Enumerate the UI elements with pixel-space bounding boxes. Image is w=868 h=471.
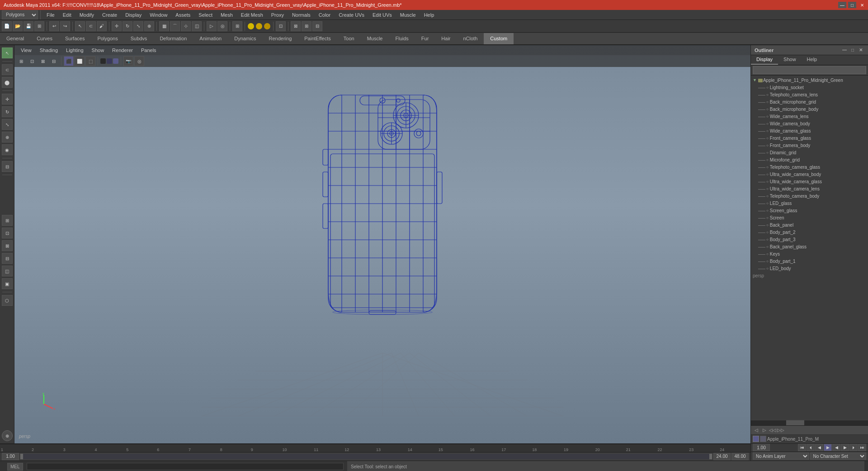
- tree-item-persp[interactable]: persp: [751, 272, 868, 279]
- redo-btn[interactable]: ↪: [60, 21, 70, 31]
- soft-mod-btn[interactable]: ◉: [2, 144, 13, 155]
- menu-create[interactable]: Create: [99, 11, 121, 19]
- tab-hair[interactable]: Hair: [435, 33, 457, 44]
- vp-menu-lighting[interactable]: Lighting: [62, 47, 87, 54]
- tree-item-widecamglass[interactable]: —— ○ Wide_camera_glass: [751, 127, 868, 134]
- tree-item-ultrabody[interactable]: —— ○ Ultra_wide_camera_body: [751, 171, 868, 178]
- vp-tb4[interactable]: ⊟: [49, 56, 59, 66]
- tree-item-ultraglass[interactable]: —— ○ Ultra_wide_camera_glass: [751, 178, 868, 185]
- tab-painteffects[interactable]: PaintEffects: [298, 33, 337, 44]
- outliner-tab-display[interactable]: Display: [751, 55, 778, 65]
- tab-custom[interactable]: Custom: [484, 33, 514, 44]
- tree-item-screenglass[interactable]: —— ○ Screen_glass: [751, 207, 868, 214]
- menu-assets[interactable]: Assets: [172, 11, 194, 19]
- anim-layer-select[interactable]: No Anim Layer: [753, 452, 809, 460]
- lasso-tool-btn[interactable]: ⊂: [2, 64, 13, 75]
- tree-item-bodypart3[interactable]: —— ○ Body_part_3: [751, 236, 868, 243]
- vp-cam-btn[interactable]: 📷: [123, 56, 133, 66]
- tree-item-telcambody[interactable]: —— ○ Telephoto_camera_body: [751, 192, 868, 200]
- paint-select-btn[interactable]: 🖌: [97, 21, 107, 31]
- tab-rendering[interactable]: Rendering: [263, 33, 298, 44]
- vp-wire-btn[interactable]: ⬛: [64, 56, 74, 66]
- vp-tb2[interactable]: ⊡: [27, 56, 37, 66]
- tree-item-ultralens[interactable]: —— ○ Ultra_wide_camera_lens: [751, 185, 868, 192]
- next-key-btn[interactable]: ⏵: [849, 444, 858, 451]
- render-small-btn[interactable]: ⬡: [2, 295, 13, 306]
- rotate-btn[interactable]: ↻: [123, 21, 132, 31]
- mode-selector[interactable]: Polygons: [2, 10, 38, 19]
- maximize-button[interactable]: □: [848, 2, 856, 8]
- tab-surfaces[interactable]: Surfaces: [59, 33, 91, 44]
- axis-btn[interactable]: ⊕: [2, 430, 13, 441]
- render-btn[interactable]: ▷: [207, 21, 217, 31]
- outliner-collapse-btn[interactable]: —: [841, 47, 848, 54]
- tool3-btn[interactable]: ⊟: [312, 21, 322, 31]
- menu-mesh[interactable]: Mesh: [217, 11, 236, 19]
- range-slider[interactable]: [20, 453, 712, 460]
- tree-item-ledglass[interactable]: —— ○ LED_glass: [751, 200, 868, 207]
- skip-start-btn[interactable]: ⏮: [798, 444, 806, 451]
- outliner-tab-show[interactable]: Show: [778, 55, 802, 65]
- tree-item-frontcamglass[interactable]: —— ○ Front_camera_glass: [751, 134, 868, 142]
- menu-edit[interactable]: Edit: [59, 11, 75, 19]
- tree-item-bodypart2[interactable]: —— ○ Body_part_2: [751, 228, 868, 236]
- tree-item-backmicgrid[interactable]: —— ○ Back_microphone_grid: [751, 98, 868, 105]
- menu-help[interactable]: Help: [420, 11, 438, 19]
- select-tool-btn[interactable]: ↖: [2, 48, 13, 58]
- play-rev-btn[interactable]: ◀: [832, 444, 840, 451]
- vp-menu-show[interactable]: Show: [88, 47, 108, 54]
- frame-start-input[interactable]: [2, 453, 19, 460]
- tree-item-root[interactable]: ▼ Apple_iPhone_11_Pro_Midnight_Green: [751, 76, 868, 84]
- snap-surface-btn[interactable]: ◫: [192, 21, 202, 31]
- vp-tb1[interactable]: ⊞: [16, 56, 26, 66]
- layer-btn4[interactable]: ⊟: [2, 253, 13, 264]
- menu-select[interactable]: Select: [195, 11, 216, 19]
- tab-subdvs[interactable]: Subdvs: [124, 33, 154, 44]
- layer-btn5[interactable]: ◫: [2, 266, 13, 276]
- tree-item-micgrid[interactable]: —— ○ Microfone_grid: [751, 156, 868, 163]
- menu-modify[interactable]: Modify: [76, 11, 98, 19]
- skip-end-btn[interactable]: ⏭: [858, 444, 866, 451]
- move-tool-btn[interactable]: ✛: [2, 94, 13, 105]
- tree-item-backmicbody[interactable]: —— ○ Back_microphone_body: [751, 105, 868, 113]
- viewport-3d[interactable]: View Shading Lighting Show Renderer Pane…: [14, 45, 750, 443]
- anim-end-input[interactable]: [731, 453, 749, 460]
- menu-edituvs[interactable]: Edit UVs: [369, 11, 396, 19]
- menu-file[interactable]: File: [43, 11, 58, 19]
- timeline-ruler[interactable]: 1 2 3 4 5 6 7 8 9 10 11 12 13 14 15 16 1…: [0, 444, 750, 452]
- prev-key-btn[interactable]: ⏴: [807, 444, 815, 451]
- tab-curves[interactable]: Curves: [30, 33, 59, 44]
- scale-btn[interactable]: ⤡: [133, 21, 143, 31]
- layer-btn2[interactable]: ⊡: [2, 228, 13, 238]
- tree-item-keys[interactable]: —— ○ Keys: [751, 250, 868, 257]
- vp-smooth-btn[interactable]: ⬜: [75, 56, 85, 66]
- tool1-btn[interactable]: ⊠: [291, 21, 301, 31]
- command-input[interactable]: [27, 463, 344, 470]
- ipr-btn[interactable]: ◎: [217, 21, 227, 31]
- outliner-expand-btn[interactable]: □: [849, 47, 856, 54]
- layer-btn3[interactable]: ⊠: [2, 240, 13, 251]
- vp-menu-renderer[interactable]: Renderer: [108, 47, 137, 54]
- menu-normals[interactable]: Normals: [288, 11, 314, 19]
- tree-item-bodypart1[interactable]: —— ○ Body_part_1: [751, 257, 868, 265]
- tab-ncloth[interactable]: nCloth: [457, 33, 484, 44]
- menu-editmesh[interactable]: Edit Mesh: [237, 11, 267, 19]
- tree-item-backpanel[interactable]: —— ○ Back_panel: [751, 221, 868, 228]
- paint-sel-btn[interactable]: ⬤: [2, 77, 13, 88]
- show-manip-btn[interactable]: ⊞: [232, 21, 242, 31]
- tab-general[interactable]: General: [0, 33, 30, 44]
- outliner-scrollbar-thumb[interactable]: [786, 420, 804, 425]
- tree-item-backpanelglass[interactable]: —— ○ Back_panel_glass: [751, 243, 868, 250]
- tab-fur[interactable]: Fur: [415, 33, 435, 44]
- layer-btn1[interactable]: ⊞: [2, 215, 13, 226]
- play-btn[interactable]: ▶: [824, 444, 832, 451]
- save-scene-btn[interactable]: ⊞: [34, 21, 44, 31]
- close-button[interactable]: ✕: [858, 2, 866, 8]
- tab-deformation[interactable]: Deformation: [153, 33, 193, 44]
- menu-muscle[interactable]: Muscle: [396, 11, 420, 19]
- tab-animation[interactable]: Animation: [193, 33, 228, 44]
- outliner-scrollbar-h[interactable]: [751, 420, 868, 425]
- open-btn[interactable]: 📂: [13, 21, 23, 31]
- universal-btn[interactable]: ⊕: [144, 21, 154, 31]
- outliner-btn1[interactable]: ◁: [753, 426, 760, 433]
